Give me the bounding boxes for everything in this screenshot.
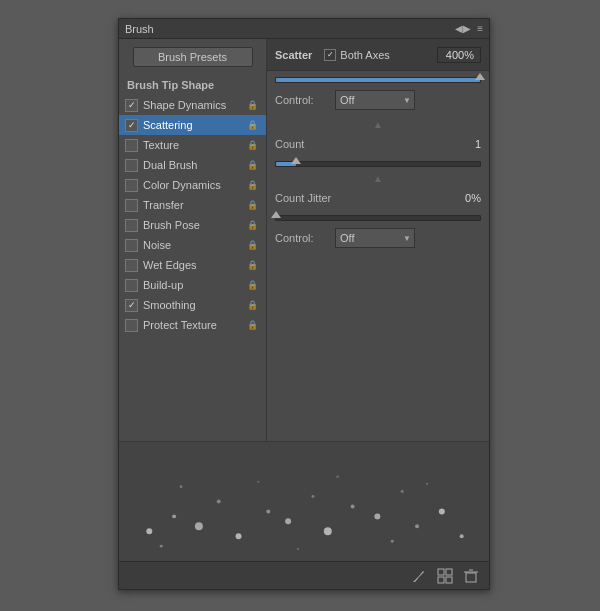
svg-point-18 [426,483,428,485]
menu-item-wet-edges[interactable]: Wet Edges🔒 [119,255,266,275]
menu-item-color-dynamics[interactable]: Color Dynamics🔒 [119,175,266,195]
scatter-slider-track[interactable] [275,77,481,83]
svg-point-2 [195,522,203,530]
checkbox-dual-brush[interactable] [125,159,138,172]
menu-item-brush-pose[interactable]: Brush Pose🔒 [119,215,266,235]
lock-icon: 🔒 [247,140,258,150]
menu-item-build-up[interactable]: Build-up🔒 [119,275,266,295]
checkbox-color-dynamics[interactable] [125,179,138,192]
both-axes-group[interactable]: ✓ Both Axes [324,49,390,61]
svg-point-10 [374,513,380,519]
svg-point-21 [391,540,394,543]
brush-icon[interactable] [409,566,429,586]
control1-row: Control: Off Fade Pen Pressure Pen Tilt … [275,89,481,111]
checkbox-smoothing[interactable]: ✓ [125,299,138,312]
sep2: ▲ [275,173,481,184]
left-panel: Brush Presets Brush Tip Shape ✓Shape Dyn… [119,39,267,441]
lock-icon: 🔒 [247,240,258,250]
menu-item-smoothing[interactable]: ✓Smoothing🔒 [119,295,266,315]
title-icons: ◀▶ ≡ [455,23,483,34]
svg-point-20 [297,548,299,550]
svg-point-19 [160,545,163,548]
menu-item-label: Brush Pose [143,219,200,231]
count-jitter-slider-track[interactable] [275,215,481,221]
svg-rect-22 [438,569,444,575]
svg-point-9 [351,504,355,508]
checkbox-transfer[interactable] [125,199,138,212]
scatter-slider-fill [276,78,480,82]
menu-item-transfer[interactable]: Transfer🔒 [119,195,266,215]
control2-select-wrapper: Off Fade Pen Pressure Pen Tilt ▼ [335,228,415,248]
count-jitter-value[interactable]: 0% [451,192,481,204]
count-jitter-row: Count Jitter 0% [275,187,481,209]
menu-item-dual-brush[interactable]: Dual Brush🔒 [119,155,266,175]
control2-row: Control: Off Fade Pen Pressure Pen Tilt … [275,227,481,249]
control2-select[interactable]: Off Fade Pen Pressure Pen Tilt [335,228,415,248]
svg-point-5 [266,509,270,513]
checkbox-scattering[interactable]: ✓ [125,119,138,132]
checkbox-noise[interactable] [125,239,138,252]
menu-item-label: Wet Edges [143,259,197,271]
menu-items-list: ✓Shape Dynamics🔒✓Scattering🔒Texture🔒Dual… [119,95,266,335]
menu-item-noise[interactable]: Noise🔒 [119,235,266,255]
svg-rect-24 [438,577,444,583]
lock-icon: 🔒 [247,160,258,170]
count-label: Count [275,138,451,150]
collapse-button[interactable]: ◀▶ [455,23,471,34]
lock-icon: 🔒 [247,260,258,270]
lock-icon: 🔒 [247,180,258,190]
menu-item-scattering[interactable]: ✓Scattering🔒 [119,115,266,135]
menu-item-label: Shape Dynamics [143,99,226,111]
svg-point-6 [285,518,291,524]
scatter-slider-thumb[interactable] [475,73,485,80]
menu-item-label: Noise [143,239,171,251]
svg-rect-25 [446,577,452,583]
count-slider-row [275,161,481,167]
checkbox-shape-dynamics[interactable]: ✓ [125,99,138,112]
count-slider-track[interactable] [275,161,481,167]
svg-point-1 [172,514,176,518]
control1-select-wrapper: Off Fade Pen Pressure Pen Tilt ▼ [335,90,415,110]
checkbox-brush-pose[interactable] [125,219,138,232]
grid-icon[interactable] [435,566,455,586]
count-jitter-slider-row [275,215,481,221]
control1-label: Control: [275,94,335,106]
both-axes-label: Both Axes [340,49,390,61]
svg-point-12 [415,524,419,528]
svg-point-3 [217,500,221,504]
svg-point-4 [236,533,242,539]
checkbox-wet-edges[interactable] [125,259,138,272]
menu-button[interactable]: ≡ [477,23,483,34]
count-slider-thumb[interactable] [291,157,301,164]
control2-label: Control: [275,232,335,244]
checkbox-texture[interactable] [125,139,138,152]
checkbox-build-up[interactable] [125,279,138,292]
panel-titlebar: Brush ◀▶ ≡ [119,19,489,39]
both-axes-checkbox[interactable]: ✓ [324,49,336,61]
menu-item-label: Texture [143,139,179,151]
control1-select[interactable]: Off Fade Pen Pressure Pen Tilt [335,90,415,110]
menu-item-protect-texture[interactable]: Protect Texture🔒 [119,315,266,335]
delete-icon[interactable] [461,566,481,586]
count-jitter-slider-thumb[interactable] [271,211,281,218]
lock-icon: 🔒 [247,280,258,290]
brush-tip-shape-header: Brush Tip Shape [119,75,266,95]
svg-point-15 [180,485,183,488]
scatter-value[interactable]: 400% [437,47,481,63]
count-value[interactable]: 1 [451,138,481,150]
scatter-label: Scatter [275,49,312,61]
top-area: Brush Presets Brush Tip Shape ✓Shape Dyn… [119,39,489,441]
svg-point-7 [311,495,314,498]
panel-content: Brush Presets Brush Tip Shape ✓Shape Dyn… [119,39,489,589]
svg-rect-26 [466,573,476,582]
brush-presets-button[interactable]: Brush Presets [133,47,253,67]
menu-item-label: Protect Texture [143,319,217,331]
checkbox-protect-texture[interactable] [125,319,138,332]
menu-item-label: Transfer [143,199,184,211]
menu-item-texture[interactable]: Texture🔒 [119,135,266,155]
svg-point-13 [439,508,445,514]
svg-rect-23 [446,569,452,575]
lock-icon: 🔒 [247,100,258,110]
menu-item-label: Dual Brush [143,159,197,171]
menu-item-shape-dynamics[interactable]: ✓Shape Dynamics🔒 [119,95,266,115]
